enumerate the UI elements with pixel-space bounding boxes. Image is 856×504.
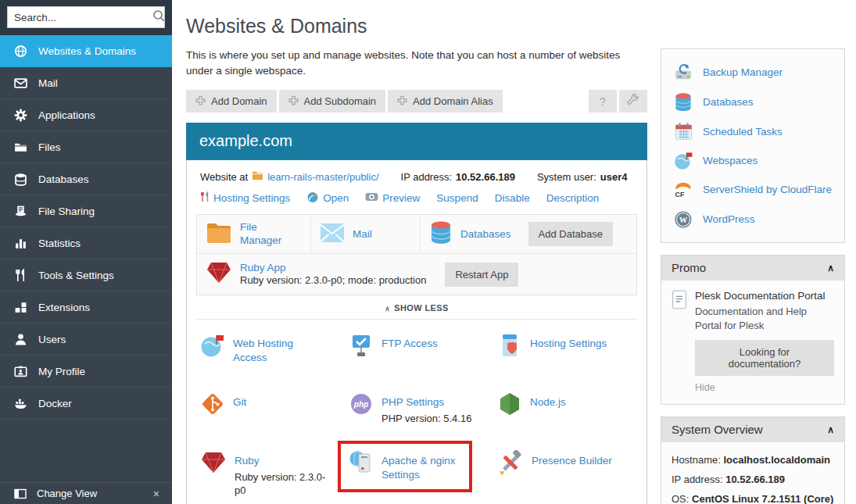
add-domain-button[interactable]: Add Domain bbox=[186, 90, 277, 113]
domain-actions: Hosting Settings Open Preview Suspend Di… bbox=[196, 191, 637, 206]
sidebar-item-docker[interactable]: Docker bbox=[0, 388, 172, 420]
scheduled-tasks-link[interactable]: Scheduled Tasks bbox=[703, 125, 783, 139]
presence-builder-link[interactable]: Presence Builder bbox=[532, 455, 612, 466]
sidebar-item-file-sharing[interactable]: File Sharing bbox=[0, 195, 172, 227]
change-view-button[interactable]: Change View × bbox=[0, 482, 172, 504]
looking-for-documentation-button[interactable]: Looking for documentation? bbox=[695, 340, 834, 376]
wordpress-link[interactable]: WordPress bbox=[703, 213, 755, 227]
promo-header: Promo ∧ bbox=[661, 256, 844, 281]
apache-nginx-icon bbox=[349, 450, 374, 481]
add-domain-alias-button[interactable]: Add Domain Alias bbox=[388, 90, 503, 113]
wordpress-icon: W bbox=[673, 209, 693, 230]
id-card-icon bbox=[13, 365, 27, 378]
description-link[interactable]: Description bbox=[546, 192, 600, 204]
wordpress-item[interactable]: W WordPress bbox=[661, 205, 844, 234]
plus-icon bbox=[397, 95, 407, 108]
folder-icon bbox=[13, 141, 27, 154]
databases-quick-item[interactable]: Databases bbox=[661, 88, 844, 117]
ip-address-label: IP address: bbox=[672, 474, 723, 485]
sidebar-item-statistics[interactable]: Statistics bbox=[0, 227, 172, 259]
add-database-button[interactable]: Add Database bbox=[528, 222, 613, 246]
webspaces-item[interactable]: Webspaces bbox=[661, 146, 844, 175]
nodejs-link[interactable]: Node.js bbox=[530, 396, 566, 408]
settings-wrench-button[interactable] bbox=[619, 90, 647, 113]
apache-nginx-settings-item[interactable]: Apache & nginx Settings bbox=[349, 450, 497, 497]
help-button[interactable]: ? bbox=[589, 90, 617, 113]
sidebar-item-tools-settings[interactable]: Tools & Settings bbox=[0, 259, 172, 291]
web-hosting-access-link[interactable]: Web Hosting Access bbox=[233, 338, 293, 363]
sidebar-item-extensions[interactable]: Extensions bbox=[0, 291, 172, 323]
sidebar-item-files[interactable]: Files bbox=[0, 131, 172, 163]
hide-link[interactable]: Hide bbox=[695, 382, 715, 393]
git-link[interactable]: Git bbox=[233, 396, 246, 408]
file-sharing-icon bbox=[13, 205, 27, 218]
search-box[interactable] bbox=[7, 6, 165, 28]
svg-text:php: php bbox=[353, 400, 368, 409]
databases-link[interactable]: Databases bbox=[460, 228, 511, 240]
ruby-item[interactable]: Ruby Ruby version: 2.3.0-p0 bbox=[200, 450, 349, 497]
website-path-link[interactable]: learn-rails-master/public/ bbox=[267, 171, 378, 183]
domain-card: example.com Website at learn-rails-maste… bbox=[186, 123, 647, 504]
ftp-access-link[interactable]: FTP Access bbox=[381, 338, 438, 349]
apache-nginx-settings-link[interactable]: Apache & nginx Settings bbox=[381, 455, 456, 481]
git-item[interactable]: Git bbox=[200, 391, 349, 431]
sidebar-item-label: Tools & Settings bbox=[38, 270, 114, 281]
php-settings-item[interactable]: php PHP Settings PHP version: 5.4.16 bbox=[349, 391, 497, 431]
sidebar-item-label: Extensions bbox=[38, 302, 90, 313]
mail-link[interactable]: Mail bbox=[353, 228, 372, 240]
backup-manager-link[interactable]: Backup Manager bbox=[703, 66, 783, 80]
add-subdomain-button[interactable]: Add Subdomain bbox=[279, 90, 386, 113]
search-input[interactable] bbox=[14, 12, 152, 23]
hosting-settings-grid-link[interactable]: Hosting Settings bbox=[530, 338, 607, 349]
svg-text:CF: CF bbox=[675, 191, 684, 198]
sidebar-item-label: Databases bbox=[38, 173, 89, 185]
disable-link[interactable]: Disable bbox=[495, 192, 530, 204]
nodejs-item[interactable]: Node.js bbox=[497, 391, 633, 431]
servershield-link[interactable]: ServerShield by CloudFlare bbox=[703, 183, 832, 197]
page-description: This is where you set up and manage webs… bbox=[186, 48, 638, 78]
databases-quick-link[interactable]: Databases bbox=[703, 95, 754, 109]
collapse-chevron-icon[interactable]: ∧ bbox=[827, 424, 834, 435]
file-manager-link[interactable]: File Manager bbox=[240, 221, 287, 248]
sidebar-item-my-profile[interactable]: My Profile bbox=[0, 356, 172, 388]
wrench-icon bbox=[627, 94, 639, 109]
ruby-app-info: Ruby version: 2.3.0-p0; mode: production bbox=[240, 274, 426, 288]
web-hosting-access-item[interactable]: Web Hosting Access bbox=[200, 333, 349, 372]
show-less-toggle[interactable]: ∧SHOW LESS bbox=[196, 295, 637, 319]
hosting-settings-link[interactable]: Hosting Settings bbox=[213, 192, 290, 204]
collapse-chevron-icon[interactable]: ∧ bbox=[827, 263, 834, 273]
presence-builder-item[interactable]: Presence Builder bbox=[497, 450, 633, 497]
sidebar-item-applications[interactable]: Applications bbox=[0, 99, 172, 131]
extensions-icon bbox=[13, 301, 27, 314]
databases-cell: Databases Add Database bbox=[421, 215, 636, 253]
sidebar-item-users[interactable]: Users bbox=[0, 323, 172, 356]
open-link[interactable]: Open bbox=[323, 192, 349, 204]
preview-link[interactable]: Preview bbox=[382, 192, 420, 204]
system-user-value: user4 bbox=[600, 171, 628, 183]
webspaces-link[interactable]: Webspaces bbox=[703, 154, 758, 168]
ruby-app-link[interactable]: Ruby App bbox=[240, 262, 286, 273]
sidebar-item-label: Users bbox=[38, 334, 66, 345]
sidebar-item-databases[interactable]: Databases bbox=[0, 163, 172, 195]
backup-manager-item[interactable]: Backup Manager bbox=[661, 58, 844, 88]
domain-tools-grid: Web Hosting Access FTP Access Hosting Se… bbox=[196, 333, 637, 504]
ruby-link[interactable]: Ruby bbox=[235, 455, 260, 466]
nodejs-icon bbox=[497, 391, 522, 420]
hosting-settings-item[interactable]: Hosting Settings bbox=[497, 333, 633, 372]
globe-icon bbox=[13, 45, 27, 58]
sidebar-item-mail[interactable]: Mail bbox=[0, 67, 172, 99]
sidebar-item-websites-domains[interactable]: Websites & Domains bbox=[0, 35, 172, 67]
php-settings-link[interactable]: PHP Settings bbox=[381, 396, 444, 408]
restart-app-button[interactable]: Restart App bbox=[445, 263, 518, 287]
servershield-item[interactable]: CF ServerShield by CloudFlare bbox=[661, 175, 844, 205]
scheduled-tasks-item[interactable]: Scheduled Tasks bbox=[661, 117, 844, 146]
show-less-label: SHOW LESS bbox=[394, 303, 449, 313]
close-icon[interactable]: × bbox=[153, 488, 159, 500]
change-view-icon bbox=[13, 488, 27, 500]
ftp-access-item[interactable]: FTP Access bbox=[349, 333, 497, 372]
domain-name: example.com bbox=[186, 123, 647, 160]
search-icon[interactable] bbox=[152, 9, 165, 25]
suspend-link[interactable]: Suspend bbox=[436, 192, 478, 204]
hostname-label: Hostname: bbox=[672, 454, 721, 466]
preview-icon bbox=[365, 191, 378, 205]
